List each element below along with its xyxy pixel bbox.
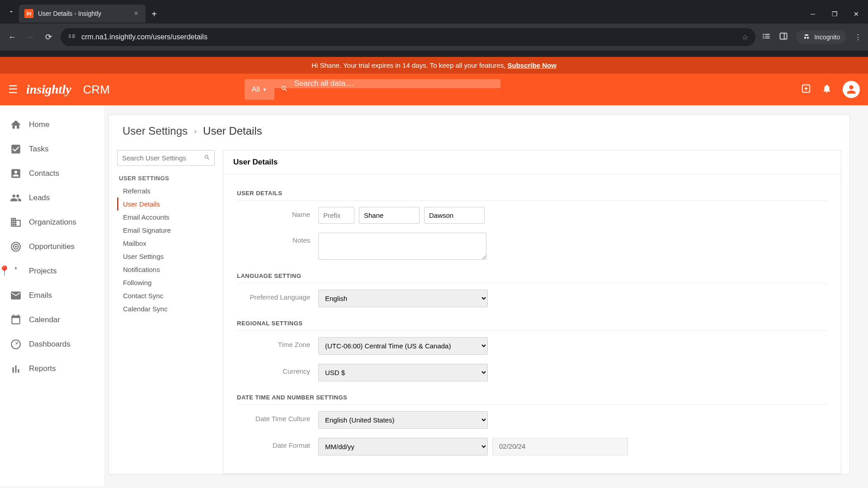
global-search-input[interactable] — [274, 79, 500, 88]
home-icon — [10, 119, 22, 131]
nav-reports[interactable]: Reports — [0, 357, 104, 381]
row-name: Name — [237, 207, 827, 224]
new-tab-button[interactable]: + — [147, 9, 161, 19]
nav-organizations[interactable]: Organizations — [0, 210, 104, 235]
reload-button[interactable]: ⟳ — [42, 32, 54, 42]
panel-title: User Details — [223, 150, 841, 174]
settings-body: USER SETTINGS Referrals User Details Ema… — [109, 144, 849, 474]
label-language: Preferred Language — [237, 290, 318, 301]
row-currency: Currency USD $ — [237, 364, 827, 381]
settings-nav-email-accounts[interactable]: Email Accounts — [117, 211, 215, 224]
subscribe-link[interactable]: Subscribe Now — [507, 61, 556, 69]
svg-rect-0 — [780, 33, 787, 39]
settings-nav-user-settings[interactable]: User Settings — [117, 250, 215, 263]
header-actions — [801, 81, 860, 98]
incognito-badge[interactable]: Incognito — [796, 30, 846, 44]
last-name-input[interactable] — [424, 207, 485, 224]
minimize-icon[interactable]: ─ — [807, 10, 819, 18]
side-panel-icon[interactable] — [779, 32, 788, 42]
tab-search-dropdown[interactable] — [5, 6, 17, 18]
tab-favicon-icon: in — [24, 9, 33, 18]
timezone-select[interactable]: (UTC-06:00) Central Time (US & Canada) — [318, 337, 488, 355]
nav-emails[interactable]: Emails — [0, 283, 104, 308]
maximize-icon[interactable]: ❐ — [828, 10, 841, 18]
app-name: CRM — [83, 83, 110, 97]
label-notes: Notes — [237, 233, 318, 244]
culture-select[interactable]: English (United States) — [318, 411, 488, 429]
calendar-icon — [10, 314, 22, 326]
media-control-icon[interactable] — [762, 32, 771, 42]
dateformat-sample: 02/20/24 — [492, 438, 628, 455]
svg-point-3 — [807, 37, 809, 39]
back-button[interactable]: ← — [6, 33, 18, 42]
app-logo[interactable]: insightly — [26, 82, 71, 97]
user-avatar-icon[interactable] — [843, 81, 860, 98]
chevron-right-icon: › — [194, 127, 197, 136]
prefix-input[interactable] — [318, 207, 354, 224]
window-controls: ─ ❐ ✕ — [807, 10, 863, 18]
section-datetime: DATE TIME AND NUMBER SETTINGS — [237, 390, 827, 405]
search-scope-dropdown[interactable]: All ▼ — [245, 79, 274, 100]
language-select[interactable]: English — [318, 290, 488, 307]
settings-nav-notifications[interactable]: Notifications — [117, 263, 215, 276]
tab-close-icon[interactable]: × — [132, 9, 140, 18]
notifications-icon[interactable] — [822, 84, 832, 96]
nav-label: Emails — [29, 291, 52, 300]
content-card: User Settings › User Details USER SETTIN… — [108, 114, 850, 474]
dashboards-icon — [10, 338, 22, 350]
currency-select[interactable]: USD $ — [318, 364, 488, 381]
settings-nav-following[interactable]: Following — [117, 276, 215, 289]
notes-input[interactable] — [318, 233, 486, 260]
content-area: User Settings › User Details USER SETTIN… — [104, 105, 868, 486]
settings-nav-user-details[interactable]: User Details — [117, 197, 215, 211]
form-area: USER DETAILS Name Notes — [223, 174, 841, 474]
browser-menu-icon[interactable]: ⋮ — [854, 33, 862, 42]
nav-dashboards[interactable]: Dashboards — [0, 332, 104, 357]
nav-projects[interactable]: 📍 Projects — [0, 259, 104, 283]
opportunities-icon — [10, 241, 22, 253]
global-search: All ▼ — [245, 79, 500, 100]
projects-icon — [10, 265, 22, 277]
nav-opportunities[interactable]: Opportunities — [0, 235, 104, 259]
label-culture: Date Time Culture — [237, 411, 318, 422]
nav-tasks[interactable]: Tasks — [0, 137, 104, 161]
label-timezone: Time Zone — [237, 337, 318, 348]
nav-label: Tasks — [29, 145, 48, 154]
nav-label: Home — [29, 120, 49, 129]
row-timezone: Time Zone (UTC-06:00) Central Time (US &… — [237, 337, 827, 355]
incognito-icon — [802, 33, 811, 41]
breadcrumb: User Settings › User Details — [109, 115, 849, 144]
nav-calendar[interactable]: Calendar — [0, 308, 104, 332]
settings-nav-contact-sync[interactable]: Contact Sync — [117, 289, 215, 302]
settings-nav-email-signature[interactable]: Email Signature — [117, 224, 215, 237]
emails-icon — [10, 290, 22, 301]
browser-tab[interactable]: in User Details - Insightly × — [19, 5, 146, 23]
nav-label: Reports — [29, 364, 56, 373]
label-currency: Currency — [237, 364, 318, 375]
url-bar[interactable]: crm.na1.insightly.com/users/userdetails … — [61, 28, 755, 46]
nav-home[interactable]: Home — [0, 113, 104, 137]
settings-search-input[interactable] — [117, 150, 215, 166]
first-name-input[interactable] — [359, 207, 420, 224]
nav-leads[interactable]: Leads — [0, 186, 104, 210]
dateformat-select[interactable]: MM/dd/yy — [318, 438, 488, 455]
svg-point-9 — [15, 246, 16, 247]
search-icon[interactable] — [204, 154, 210, 162]
bookmark-star-icon[interactable]: ☆ — [742, 33, 748, 42]
settings-nav-referrals[interactable]: Referrals — [117, 184, 215, 197]
breadcrumb-parent[interactable]: User Settings — [123, 125, 188, 137]
contacts-icon — [10, 168, 22, 179]
close-window-icon[interactable]: ✕ — [850, 10, 863, 18]
section-user-details: USER DETAILS — [237, 186, 827, 201]
hamburger-menu-icon[interactable]: ☰ — [8, 83, 18, 96]
add-button[interactable] — [801, 84, 811, 96]
site-info-icon[interactable] — [68, 33, 76, 42]
nav-contacts[interactable]: Contacts — [0, 161, 104, 186]
settings-nav-calendar-sync[interactable]: Calendar Sync — [117, 302, 215, 315]
settings-nav-mailbox[interactable]: Mailbox — [117, 237, 215, 250]
url-text: crm.na1.insightly.com/users/userdetails — [81, 33, 736, 41]
nav-label: Contacts — [29, 169, 59, 178]
nav-label: Calendar — [29, 315, 60, 324]
section-language: LANGUAGE SETTING — [237, 269, 827, 283]
forward-button[interactable]: → — [24, 33, 36, 42]
